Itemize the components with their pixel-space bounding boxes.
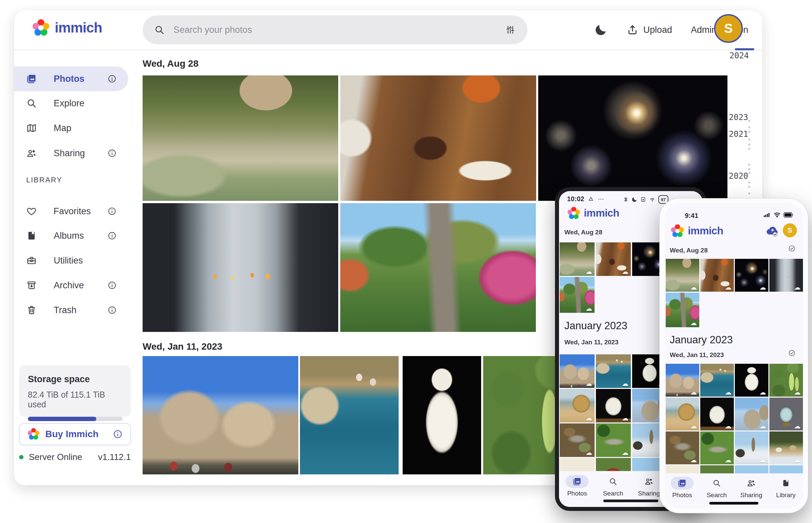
nav-tab-search[interactable]: Search: [596, 475, 630, 497]
photo-cliff[interactable]: [666, 398, 699, 431]
sidebar-item-explore[interactable]: Explore: [14, 91, 128, 116]
photo-hands[interactable]: [143, 203, 338, 332]
timeline-dot: [748, 139, 750, 141]
server-status-row: Server Online v1.112.1: [19, 452, 131, 462]
user-avatar[interactable]: S: [714, 14, 743, 43]
screenshot-canvas: immich Search your photos Upload Adminis…: [0, 0, 812, 523]
photo-monkeys[interactable]: [560, 242, 594, 276]
sidebar-item-map[interactable]: Map: [14, 116, 128, 141]
cloud-sync-icon[interactable]: [765, 224, 779, 237]
nav-tab-library[interactable]: Library: [769, 477, 802, 499]
storage-progress-fill: [28, 417, 96, 421]
search-icon: [712, 479, 721, 487]
sidebar-item-label: Archive: [54, 280, 91, 291]
photo-coastal[interactable]: [300, 356, 399, 474]
info-icon[interactable]: [113, 429, 123, 439]
library-book-icon: [781, 479, 790, 487]
battery-percent: 97: [661, 197, 666, 202]
timeline-year[interactable]: 2021: [729, 129, 748, 139]
photo-sculpture2[interactable]: [596, 389, 631, 422]
app-logo[interactable]: immich: [32, 19, 102, 37]
photo-autumn[interactable]: [666, 293, 699, 327]
buy-immich-button[interactable]: Buy Immich: [19, 423, 131, 445]
photo-sculpture2[interactable]: [700, 398, 734, 431]
photo-lizard1[interactable]: [560, 423, 594, 457]
sidebar-item-archive[interactable]: Archive: [14, 273, 128, 298]
photo-fireworks[interactable]: [735, 259, 768, 292]
search-icon: [609, 477, 617, 486]
nav-tab-label: Search: [596, 490, 630, 497]
photo-fireworks[interactable]: [538, 75, 727, 201]
sharing-people-icon: [26, 148, 37, 159]
silent-mode-icon: [588, 196, 594, 202]
info-icon[interactable]: [107, 206, 117, 216]
info-icon[interactable]: [107, 281, 117, 290]
photo-lizard2[interactable]: [700, 431, 734, 464]
archive-icon: [26, 280, 37, 291]
sidebar-item-trash[interactable]: Trash: [14, 298, 128, 323]
info-icon[interactable]: [107, 305, 117, 315]
photo-lizard1[interactable]: [666, 431, 699, 464]
sidebar-item-albums[interactable]: Albums: [14, 223, 128, 248]
dark-mode-moon-icon[interactable]: [594, 23, 608, 37]
phone2-date-header: Wed, Jan 11, 2023: [670, 351, 724, 359]
photo-monkeys[interactable]: [666, 259, 699, 292]
photo-village[interactable]: [770, 431, 803, 464]
photo-autumn[interactable]: [560, 277, 594, 313]
photo-dinner[interactable]: [700, 259, 734, 292]
phone2-screen: 9:41 immich: [665, 203, 803, 508]
photo-ruins[interactable]: [735, 398, 768, 431]
phone2-date-header: Wed, Aug 28: [670, 247, 708, 254]
sidebar-item-sharing[interactable]: Sharing: [14, 141, 128, 166]
library-section-label: LIBRARY: [26, 176, 63, 184]
info-icon[interactable]: [107, 74, 117, 84]
photo-fortress[interactable]: [143, 356, 298, 474]
sidebar-item-photos[interactable]: Photos: [14, 66, 128, 91]
photo-bust[interactable]: [735, 364, 768, 397]
photo-monkeys[interactable]: [143, 75, 338, 201]
photo-coastal[interactable]: [700, 364, 734, 397]
photo-ornament[interactable]: [770, 398, 803, 431]
phone1-month-header: January 2023: [564, 320, 627, 332]
filter-sliders-icon[interactable]: [505, 24, 516, 36]
timeline-current-year: 2024: [729, 51, 749, 60]
photo-autumn[interactable]: [340, 203, 536, 332]
photo-dinner[interactable]: [596, 242, 631, 276]
sidebar-item-favorites[interactable]: Favorites: [14, 199, 128, 223]
photo-bust[interactable]: [403, 356, 481, 474]
nav-tab-sharing[interactable]: Sharing: [735, 477, 768, 499]
nav-tab-photos[interactable]: Photos: [666, 477, 699, 499]
photo-fortress[interactable]: [666, 364, 699, 397]
upload-button[interactable]: Upload: [626, 24, 672, 36]
cellular-signal-icon: [763, 212, 771, 218]
photo-hands[interactable]: [770, 259, 803, 292]
photo-coastal[interactable]: [596, 354, 631, 388]
timeline-year[interactable]: 2023: [729, 113, 748, 122]
sidebar-item-utilities[interactable]: Utilities: [14, 248, 128, 273]
nav-tab-label: Library: [769, 491, 802, 499]
info-icon[interactable]: [107, 148, 117, 158]
timeline-scrubber-indicator[interactable]: [735, 48, 754, 50]
info-icon[interactable]: [107, 231, 117, 240]
select-all-check-icon[interactable]: [788, 349, 796, 357]
storage-title: Storage space: [28, 374, 122, 384]
user-avatar[interactable]: S: [783, 223, 797, 237]
select-all-check-icon[interactable]: [788, 245, 796, 252]
photo-berries[interactable]: [770, 364, 803, 397]
photo-lizard2[interactable]: [596, 423, 631, 457]
search-bar[interactable]: Search your photos: [143, 15, 528, 44]
nav-tab-search[interactable]: Search: [700, 477, 733, 499]
photo-dinner[interactable]: [340, 75, 536, 201]
sidebar-item-label: Map: [54, 123, 117, 133]
home-indicator[interactable]: [709, 502, 758, 505]
photo-cliff[interactable]: [560, 389, 594, 422]
nav-tab-label: Photos: [666, 491, 699, 499]
search-input[interactable]: Search your photos: [173, 25, 496, 35]
timeline-year[interactable]: 2020: [729, 171, 748, 181]
nav-tab-photos[interactable]: Photos: [560, 475, 594, 497]
date-group-header: Wed, Aug 28: [143, 58, 198, 69]
home-indicator[interactable]: [603, 500, 658, 502]
photo-church[interactable]: [735, 431, 768, 464]
nav-tab-label: Photos: [560, 490, 594, 497]
photo-fortress[interactable]: [560, 354, 594, 388]
